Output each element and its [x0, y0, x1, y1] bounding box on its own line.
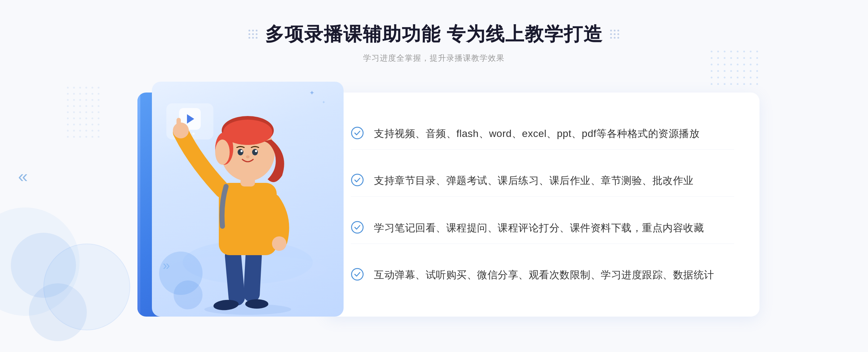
svg-point-6 — [245, 299, 268, 309]
illus-left-dots — [67, 87, 101, 139]
white-card: ✦ ✦ » — [152, 82, 344, 317]
feature-text-3: 学习笔记回看、课程提问、课程评论打分、课件资料下载，重点内容收藏 — [374, 220, 704, 236]
feature-text-2: 支持章节目录、弹题考试、课后练习、课后作业、章节测验、批改作业 — [374, 173, 694, 189]
svg-point-26 — [352, 269, 363, 280]
check-icon-3 — [351, 221, 364, 234]
feature-item-2: 支持章节目录、弹题考试、课后练习、课后作业、章节测验、批改作业 — [351, 166, 734, 197]
feature-text-1: 支持视频、音频、flash、word、excel、ppt、pdf等各种格式的资源… — [374, 126, 699, 142]
dot-grid-right — [610, 30, 620, 39]
svg-point-22 — [218, 149, 227, 159]
left-nav-arrow[interactable]: « — [18, 166, 28, 186]
subtitle: 学习进度全掌握，提升录播课教学效果 — [248, 53, 620, 64]
svg-point-19 — [241, 150, 243, 152]
feature-item-4: 互动弹幕、试听购买、微信分享、观看次数限制、学习进度跟踪、数据统计 — [351, 260, 734, 291]
page-container: // Will be rendered via template 多项录播课辅助… — [0, 0, 868, 352]
svg-point-10 — [272, 236, 286, 251]
main-title: 多项录播课辅助功能 专为线上教学打造 — [265, 22, 603, 47]
right-decoration — [610, 30, 620, 39]
deco-blob-2 — [174, 280, 203, 309]
illustration-area: ✦ ✦ » — [109, 82, 333, 327]
dot-grid-left — [248, 30, 258, 39]
svg-rect-9 — [176, 118, 181, 132]
svg-point-24 — [352, 174, 363, 186]
check-icon-1 — [351, 126, 364, 139]
top-right-dot-pattern — [711, 51, 760, 86]
svg-point-25 — [352, 222, 363, 233]
svg-point-21 — [246, 155, 250, 158]
left-decoration — [248, 30, 258, 39]
svg-point-20 — [255, 150, 257, 152]
svg-point-17 — [238, 149, 243, 155]
header-section: 多项录播课辅助功能 专为线上教学打造 学习进度全掌握，提升录播课教学效果 — [248, 0, 620, 64]
check-icon-4 — [351, 268, 364, 281]
deco-circle-bottom-2 — [29, 283, 87, 341]
info-card: 支持视频、音频、flash、word、excel、ppt、pdf等各种格式的资源… — [326, 93, 760, 317]
feature-item-3: 学习笔记回看、课程提问、课程评论打分、课件资料下载，重点内容收藏 — [351, 213, 734, 244]
svg-point-23 — [352, 127, 363, 139]
check-icon-2 — [351, 173, 364, 186]
svg-rect-4 — [243, 248, 262, 302]
illus-dot-pattern: // rendered below — [109, 118, 139, 162]
svg-point-18 — [252, 149, 258, 155]
feature-item-1: 支持视频、音频、flash、word、excel、ppt、pdf等各种格式的资源… — [351, 119, 734, 150]
title-row: 多项录播课辅助功能 专为线上教学打造 — [248, 22, 620, 47]
feature-text-4: 互动弹幕、试听购买、微信分享、观看次数限制、学习进度跟踪、数据统计 — [374, 267, 714, 283]
main-content: ✦ ✦ » — [109, 82, 760, 327]
